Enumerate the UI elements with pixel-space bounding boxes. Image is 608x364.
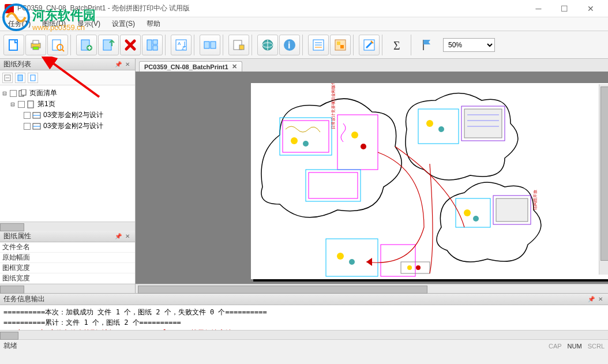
prop-row[interactable]: 图纸宽度 xyxy=(0,273,135,284)
menu-drawing[interactable]: 图纸(D) xyxy=(36,19,72,29)
checkbox[interactable] xyxy=(24,123,31,130)
minimize-button[interactable]: ─ xyxy=(526,0,551,17)
props-grid: 文件全名 原始幅面 图框宽度 图纸宽度 xyxy=(0,242,135,284)
svg-rect-32 xyxy=(340,45,344,48)
drawing-tree[interactable]: ⊟ 页面清单 ⊟ 第1页 03变形金刚2与设计 03变形金刚2与设计 xyxy=(0,85,135,222)
tab-close-icon[interactable]: ✕ xyxy=(232,63,237,70)
add-drawing-button[interactable] xyxy=(76,35,97,55)
tree-item-label: 03变形金刚2与设计 xyxy=(43,121,103,131)
svg-point-51 xyxy=(291,137,298,144)
status-bar: 就绪 CAP NUM SCRL xyxy=(0,339,608,352)
expand-icon[interactable]: ⊟ xyxy=(9,100,16,108)
separator xyxy=(302,35,306,55)
svg-text:i: i xyxy=(288,40,290,50)
stamp-button[interactable] xyxy=(228,35,249,55)
menu-help[interactable]: 帮助 xyxy=(141,19,166,29)
svg-rect-18 xyxy=(211,42,216,48)
pin-icon[interactable]: 📌 xyxy=(587,295,595,303)
svg-point-70 xyxy=(349,259,355,265)
prop-row[interactable]: 文件全名 xyxy=(0,242,135,253)
props-hscroll[interactable] xyxy=(0,284,135,293)
panel-close-icon[interactable]: ✕ xyxy=(596,295,605,303)
delete-button[interactable] xyxy=(120,35,141,55)
main-area: 图纸列表 📌 ✕ ⊟ 页面清单 ⊟ 第1页 xyxy=(0,59,608,293)
panel-close-icon[interactable]: ✕ xyxy=(123,232,132,241)
menu-view[interactable]: 显示(V) xyxy=(72,19,106,29)
canvas-viewport[interactable]: 日常设计竞赛项目金刚版华夏开放 结构图开放 xyxy=(136,72,608,284)
svg-rect-50 xyxy=(309,172,358,198)
pages-icon xyxy=(18,89,28,97)
maximize-button[interactable]: ☐ xyxy=(551,0,577,17)
svg-point-69 xyxy=(337,253,344,260)
save-drawing-button[interactable] xyxy=(98,35,119,55)
separator xyxy=(382,35,385,55)
canvas-area: PC0359_CN-08_BatchPrint1 ✕ xyxy=(136,59,608,293)
svg-text:A: A xyxy=(178,41,181,46)
pin-icon[interactable]: 📌 xyxy=(114,61,122,69)
canvas-vscroll[interactable] xyxy=(599,84,608,275)
checkbox[interactable] xyxy=(18,101,25,108)
drawing-page[interactable]: 日常设计竞赛项目金刚版华夏开放 结构图开放 xyxy=(251,83,608,279)
output-hscroll[interactable] xyxy=(0,330,608,339)
menu-task[interactable]: 任务(T) xyxy=(2,19,36,29)
canvas-hscroll[interactable] xyxy=(136,284,608,293)
panel-close-icon[interactable]: ✕ xyxy=(123,61,132,69)
svg-point-59 xyxy=(438,126,444,132)
separator xyxy=(223,35,226,55)
svg-rect-65 xyxy=(496,198,528,222)
prop-row[interactable]: 图框宽度 xyxy=(0,263,135,273)
svg-point-53 xyxy=(351,132,358,138)
tree-item-label: 03变形金刚2与设计 xyxy=(43,110,103,120)
sort-button[interactable]: AZ xyxy=(171,35,192,55)
close-button[interactable]: ✕ xyxy=(577,0,603,17)
list-view-button[interactable] xyxy=(308,35,329,55)
checkbox[interactable] xyxy=(24,112,31,119)
flag-button[interactable] xyxy=(416,35,437,55)
menu-settings[interactable]: 设置(S) xyxy=(106,19,141,29)
prop-row[interactable]: 原始幅面 xyxy=(0,253,135,263)
separator xyxy=(194,35,197,55)
update-button[interactable] xyxy=(257,35,278,55)
print-button[interactable] xyxy=(25,35,46,55)
svg-point-52 xyxy=(303,141,309,147)
svg-rect-61 xyxy=(456,198,490,227)
dwg-icon xyxy=(32,111,42,119)
svg-rect-13 xyxy=(153,46,157,50)
svg-rect-48 xyxy=(337,115,378,170)
scrl-indicator: SCRL xyxy=(588,343,605,350)
tree-item[interactable]: 03变形金刚2与设计 xyxy=(1,110,134,121)
svg-rect-46 xyxy=(280,118,332,155)
tree-item[interactable]: 03变形金刚2与设计 xyxy=(1,121,134,132)
layout-button[interactable] xyxy=(142,35,163,55)
about-button[interactable]: i xyxy=(279,35,300,55)
print-preview-button[interactable] xyxy=(47,35,68,55)
svg-text:Z: Z xyxy=(182,46,185,51)
cap-indicator: CAP xyxy=(549,343,562,350)
svg-rect-3 xyxy=(33,47,39,50)
page-icon[interactable] xyxy=(28,73,38,83)
svg-text:日常设计竞赛项目金刚版华夏开放: 日常设计竞赛项目金刚版华夏开放 xyxy=(331,83,336,129)
document-tab[interactable]: PC0359_CN-08_BatchPrint1 ✕ xyxy=(139,61,242,72)
svg-marker-74 xyxy=(366,258,372,266)
tree-page[interactable]: ⊟ 第1页 xyxy=(1,99,134,110)
output-log[interactable]: ==========本次：加载成功 文件 1 个，图纸 2 个，失败文件 0 个… xyxy=(0,305,608,330)
pin-icon[interactable]: 📌 xyxy=(114,232,122,241)
menu-bar: 任务(T) 图纸(D) 显示(V) 设置(S) 帮助 xyxy=(0,17,608,31)
svg-text:结构图开放: 结构图开放 xyxy=(533,190,538,210)
tree-panel-title: 图纸列表 xyxy=(3,59,31,69)
expand-all-icon[interactable] xyxy=(2,73,13,83)
doc-icon[interactable] xyxy=(15,73,25,83)
arrange-button[interactable] xyxy=(200,35,220,55)
color-button[interactable] xyxy=(330,35,351,55)
tree-hscroll[interactable] xyxy=(0,222,135,231)
zoom-select[interactable]: 50% xyxy=(443,38,495,52)
new-button[interactable] xyxy=(3,35,24,55)
checkbox[interactable] xyxy=(10,90,17,97)
tree-root[interactable]: ⊟ 页面清单 xyxy=(1,88,134,99)
svg-point-73 xyxy=(416,265,421,270)
edit-button[interactable] xyxy=(359,35,380,55)
separator xyxy=(70,35,74,55)
svg-rect-20 xyxy=(239,45,244,50)
sigma-button[interactable]: Σ xyxy=(388,35,408,55)
expand-icon[interactable]: ⊟ xyxy=(1,89,8,97)
